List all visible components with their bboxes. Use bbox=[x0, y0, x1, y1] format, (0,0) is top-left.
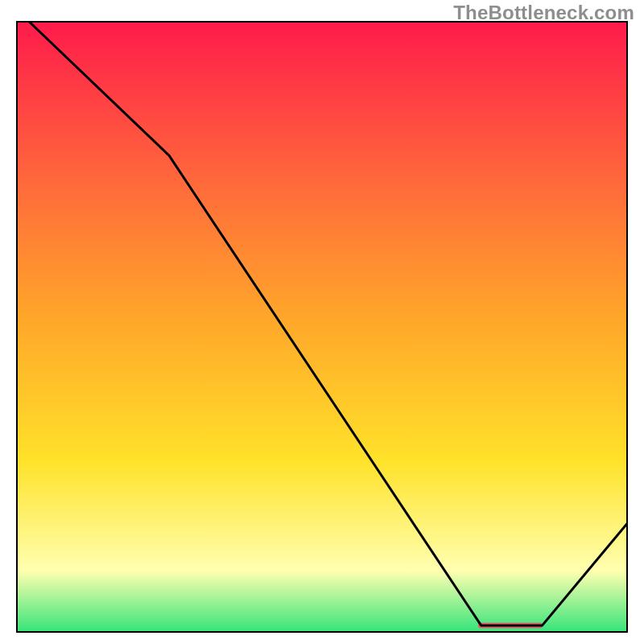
gradient-background bbox=[17, 22, 627, 632]
plot-area bbox=[16, 21, 628, 633]
chart-svg bbox=[16, 21, 628, 633]
chart-container: TheBottleneck.com bbox=[0, 0, 644, 644]
